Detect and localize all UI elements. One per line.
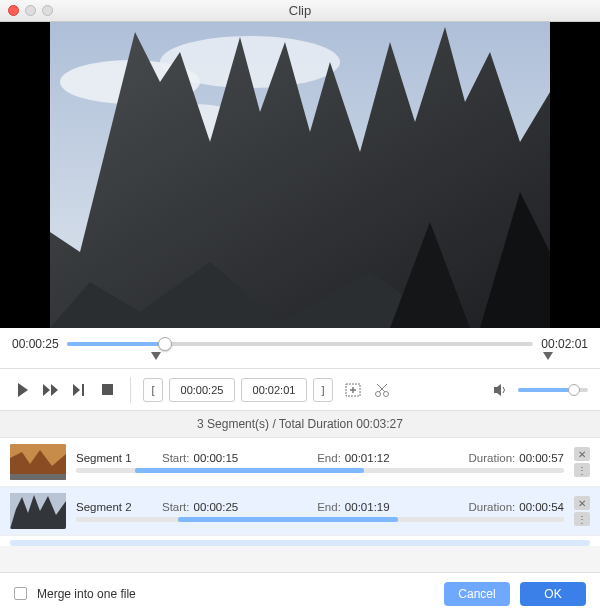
stop-button[interactable] — [96, 379, 118, 401]
svg-rect-5 — [102, 384, 113, 395]
out-marker[interactable] — [543, 352, 553, 360]
out-point-field[interactable]: 00:02:01 — [241, 378, 307, 402]
fast-forward-button[interactable] — [40, 379, 62, 401]
segment-info: Segment 2Start:00:00:25End:00:01:19Durat… — [76, 501, 564, 522]
reorder-segment-button[interactable]: ⋮ — [574, 512, 590, 526]
segment-duration: 00:00:54 — [519, 501, 564, 513]
volume-icon[interactable] — [490, 379, 512, 401]
segment-name: Segment 2 — [76, 501, 154, 513]
volume-control — [490, 379, 588, 401]
svg-rect-14 — [10, 474, 66, 480]
zoom-window-button[interactable] — [42, 5, 53, 16]
svg-line-12 — [377, 384, 385, 392]
segment-start: 00:00:25 — [193, 501, 238, 513]
delete-segment-button[interactable]: ✕ — [574, 496, 590, 510]
preview-frame-image — [50, 22, 550, 328]
start-label: Start: — [162, 501, 189, 513]
segment-end: 00:01:12 — [345, 452, 390, 464]
segment-start: 00:00:15 — [193, 452, 238, 464]
current-time-label: 00:00:25 — [12, 337, 59, 351]
ok-button[interactable]: OK — [520, 582, 586, 606]
segment-row[interactable]: Segment 1Start:00:00:15End:00:01:12Durat… — [0, 438, 600, 487]
end-label: End: — [317, 501, 341, 513]
duration-label: Duration: — [469, 452, 516, 464]
video-preview[interactable] — [0, 22, 600, 328]
segment-duration: 00:00:57 — [519, 452, 564, 464]
in-marker[interactable] — [151, 352, 161, 360]
next-clip-button[interactable] — [68, 379, 90, 401]
window-controls — [8, 5, 53, 16]
svg-rect-4 — [82, 384, 84, 396]
segment-row-partial — [10, 540, 590, 546]
window-titlebar: Clip — [0, 0, 600, 22]
cancel-button[interactable]: Cancel — [444, 582, 510, 606]
in-point-field[interactable]: 00:00:25 — [169, 378, 235, 402]
segment-list: Segment 1Start:00:00:15End:00:01:12Durat… — [0, 438, 600, 546]
segment-range-bar[interactable] — [76, 468, 564, 473]
close-window-button[interactable] — [8, 5, 19, 16]
segment-thumbnail — [10, 444, 66, 480]
set-in-point-button[interactable]: [ — [143, 378, 163, 402]
svg-point-9 — [376, 391, 381, 396]
segment-actions: ✕⋮ — [574, 496, 590, 526]
merge-checkbox[interactable] — [14, 587, 27, 600]
segment-name: Segment 1 — [76, 452, 154, 464]
reorder-segment-button[interactable]: ⋮ — [574, 463, 590, 477]
svg-line-11 — [379, 384, 387, 392]
minimize-window-button[interactable] — [25, 5, 36, 16]
segment-end: 00:01:19 — [345, 501, 390, 513]
set-out-point-button[interactable]: ] — [313, 378, 333, 402]
svg-point-10 — [384, 391, 389, 396]
segment-actions: ✕⋮ — [574, 447, 590, 477]
end-label: End: — [317, 452, 341, 464]
playback-controls: [ 00:00:25 00:02:01 ] — [0, 369, 600, 411]
play-button[interactable] — [12, 379, 34, 401]
segments-summary: 3 Segment(s) / Total Duration 00:03:27 — [0, 411, 600, 438]
duration-label: Duration: — [469, 501, 516, 513]
segment-row[interactable]: Segment 2Start:00:00:25End:00:01:19Durat… — [0, 487, 600, 536]
window-title: Clip — [0, 3, 600, 18]
segment-thumbnail — [10, 493, 66, 529]
volume-slider[interactable] — [518, 388, 588, 392]
total-time-label: 00:02:01 — [541, 337, 588, 351]
dialog-footer: Merge into one file Cancel OK — [0, 572, 600, 614]
timeline-panel: 00:00:25 00:02:01 — [0, 328, 600, 369]
add-segment-button[interactable] — [343, 379, 365, 401]
segment-range-bar[interactable] — [76, 517, 564, 522]
merge-label: Merge into one file — [37, 587, 136, 601]
cut-button[interactable] — [371, 379, 393, 401]
segment-info: Segment 1Start:00:00:15End:00:01:12Durat… — [76, 452, 564, 473]
delete-segment-button[interactable]: ✕ — [574, 447, 590, 461]
trim-markers[interactable] — [52, 352, 548, 366]
seek-slider[interactable] — [67, 336, 534, 352]
start-label: Start: — [162, 452, 189, 464]
separator — [130, 377, 131, 403]
